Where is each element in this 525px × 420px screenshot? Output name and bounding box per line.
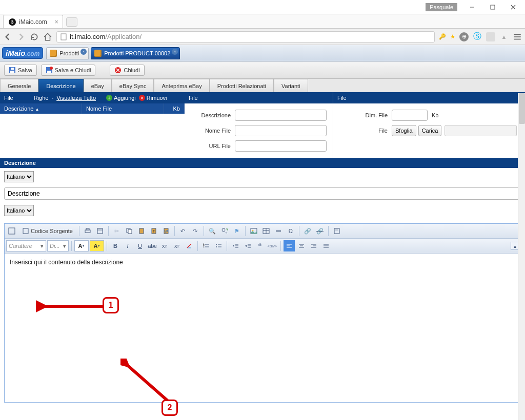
descrizione-title-input[interactable] — [4, 187, 521, 200]
file-menu[interactable]: File — [4, 95, 13, 101]
address-bar[interactable]: it.imaio.com/Application/ — [56, 31, 435, 43]
editor-subscript-icon[interactable]: x2 — [159, 240, 170, 251]
minimize-button[interactable] — [462, 1, 482, 13]
visualizza-tutto-link[interactable]: Visualizza Tutto — [56, 95, 96, 101]
browser-tab[interactable]: 3 iMaio.com × — [3, 15, 63, 28]
app-tab-prodotti[interactable]: Prodotti × — [46, 47, 89, 59]
home-button[interactable] — [43, 32, 52, 41]
tab-generale[interactable]: Generale — [0, 79, 38, 92]
editor-replace-icon[interactable] — [219, 225, 230, 237]
editor-content-area[interactable]: Inserisci qui il contenuto della descriz… — [5, 254, 520, 402]
tab-prodotti-relazionati[interactable]: Prodotti Relazionati — [210, 79, 274, 92]
tab-ebay[interactable]: eBay — [84, 79, 112, 92]
dimfile-input[interactable] — [392, 110, 428, 121]
reload-button[interactable] — [30, 32, 39, 41]
bookmark-star-icon[interactable]: ★ — [450, 33, 455, 40]
language-select-2[interactable]: Italiano — [4, 205, 34, 216]
editor-copy-icon[interactable] — [124, 225, 135, 237]
app-tab-close-icon[interactable]: × — [80, 49, 87, 55]
gdrive-icon[interactable]: ▲ — [499, 32, 509, 41]
forward-button[interactable] — [16, 32, 26, 41]
tab-varianti[interactable]: Varianti — [274, 79, 308, 92]
close-window-button[interactable] — [503, 1, 523, 13]
editor-bold-icon[interactable]: B — [110, 240, 121, 251]
editor-outdent-icon[interactable] — [230, 240, 241, 251]
editor-hr-icon[interactable] — [273, 225, 284, 237]
nomefile-input[interactable] — [235, 125, 327, 136]
editor-flag-icon[interactable]: ⚑ — [231, 225, 243, 237]
editor-table-icon[interactable] — [260, 225, 272, 237]
menu-button[interactable] — [513, 32, 522, 41]
editor-ol-icon[interactable]: 12 — [200, 240, 212, 251]
editor-bgcolor-button[interactable]: A▾ — [90, 240, 104, 251]
vertical-scrollbar[interactable] — [518, 93, 525, 420]
editor-align-justify-icon[interactable] — [320, 240, 332, 251]
tab-ebay-sync[interactable]: eBay Sync — [112, 79, 154, 92]
svg-rect-38 — [334, 228, 339, 234]
svg-rect-25 — [128, 229, 132, 234]
editor-italic-icon[interactable]: I — [122, 240, 133, 251]
editor-print-icon[interactable] — [82, 225, 93, 237]
editor-paste-text-icon[interactable]: T — [148, 225, 159, 237]
editor-paste-icon[interactable] — [136, 225, 147, 237]
editor-redo-icon[interactable]: ↷ — [190, 225, 201, 237]
editor-fullscreen-icon[interactable] — [6, 225, 17, 237]
descrizione-input[interactable] — [235, 110, 327, 121]
editor-size-select[interactable]: Di... — [47, 240, 69, 251]
editor-align-left-icon[interactable] — [284, 240, 295, 251]
editor-align-center-icon[interactable] — [296, 240, 307, 251]
editor-cut-icon[interactable]: ✂ — [111, 225, 123, 237]
editor-quote-icon[interactable]: ❝ — [254, 240, 266, 251]
editor-strike-icon[interactable]: abc — [147, 240, 158, 251]
scrollbar-handle[interactable] — [519, 93, 525, 124]
editor-template-icon[interactable] — [331, 225, 342, 237]
col-nomefile[interactable]: Nome File — [82, 103, 164, 114]
editor-font-select[interactable]: Carattere — [6, 240, 46, 251]
new-tab-button[interactable] — [66, 17, 77, 27]
editor-find-icon[interactable]: 🔍 — [207, 225, 218, 237]
editor-link-icon[interactable]: 🔗 — [302, 225, 313, 237]
close-button[interactable]: Chiudi — [110, 65, 144, 76]
editor-undo-icon[interactable]: ↶ — [177, 225, 189, 237]
callout-1: 1 — [103, 297, 119, 313]
editor-align-right-icon[interactable] — [308, 240, 319, 251]
app-tab-close-icon[interactable]: × — [172, 49, 178, 55]
editor-preview-icon[interactable] — [94, 225, 106, 237]
sfoglia-button[interactable]: Sfoglia — [392, 125, 416, 136]
editor-paste-word-icon[interactable]: W — [160, 225, 172, 237]
file-menu-far[interactable]: File — [337, 95, 347, 101]
maximize-button[interactable] — [483, 1, 502, 13]
aggiungi-button[interactable]: +Aggiungi — [106, 95, 136, 101]
tab-anteprima-ebay[interactable]: Anteprima eBay — [154, 79, 209, 92]
editor-indent-icon[interactable] — [242, 240, 253, 251]
file-menu-mid[interactable]: File — [189, 95, 198, 101]
back-button[interactable] — [3, 32, 12, 41]
editor-div-icon[interactable]: <div> — [267, 240, 278, 251]
editor-ul-icon[interactable] — [213, 240, 224, 251]
rimuovi-button[interactable]: ×Rimuovi — [139, 95, 167, 101]
favicon-icon: 3 — [9, 18, 16, 26]
col-kb[interactable]: Kb — [164, 103, 185, 114]
save-close-button[interactable]: Salva e Chiudi — [41, 65, 96, 76]
editor-removeformat-icon[interactable] — [184, 240, 195, 251]
editor-superscript-icon[interactable]: x2 — [171, 240, 183, 251]
editor-textcolor-button[interactable]: A▾ — [74, 240, 89, 251]
editor-underline-icon[interactable]: U — [134, 240, 146, 251]
editor-unlink-icon[interactable]: 🔗 — [314, 225, 326, 237]
save-button[interactable]: Salva — [4, 65, 37, 76]
editor-image-icon[interactable] — [248, 225, 259, 237]
skype-icon[interactable]: Ⓢ — [473, 32, 482, 41]
tab-close-icon[interactable]: × — [55, 18, 58, 26]
extension-icon-2[interactable] — [486, 32, 495, 41]
kb-label: Kb — [432, 112, 438, 118]
tab-descrizione[interactable]: Descrizione — [38, 79, 83, 92]
urlfile-input[interactable] — [235, 140, 327, 152]
app-tab-product-detail[interactable]: Prodotti PRODUCT-00002 × — [91, 47, 180, 59]
editor-special-char-icon[interactable]: Ω — [285, 225, 296, 237]
svg-text:T: T — [153, 229, 155, 233]
carica-button[interactable]: Carica — [418, 125, 442, 136]
language-select-1[interactable]: Italiano — [4, 171, 34, 182]
col-descrizione[interactable]: Descrizione▲ — [0, 103, 82, 114]
extension-icon-1[interactable]: ⊕ — [459, 32, 469, 41]
editor-source-button[interactable]: Codice Sorgente — [18, 225, 76, 237]
